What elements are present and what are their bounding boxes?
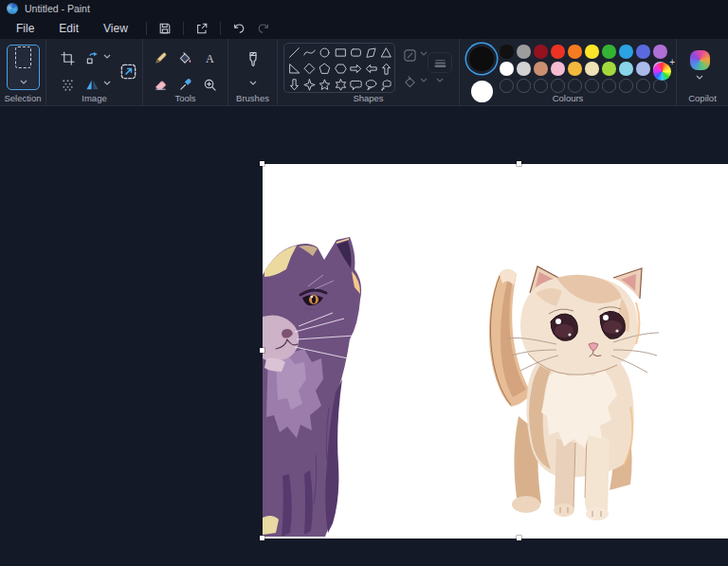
color2-swatch[interactable]: [471, 81, 493, 102]
brush-icon: [246, 50, 261, 71]
crop-button[interactable]: [58, 48, 77, 67]
menu-edit[interactable]: Edit: [46, 20, 91, 37]
stroke-size-button[interactable]: [428, 52, 452, 73]
palette-swatch[interactable]: [551, 45, 565, 59]
palette-swatch[interactable]: [602, 62, 616, 76]
palette-swatch[interactable]: [568, 62, 582, 76]
shape-fill-dropdown-chevron-icon[interactable]: [420, 78, 428, 82]
palette-swatch-empty[interactable]: [602, 79, 616, 93]
resize-button[interactable]: [117, 60, 139, 82]
color-palette: [500, 45, 670, 96]
palette-swatch-empty[interactable]: [636, 79, 650, 93]
redo-button[interactable]: [251, 20, 276, 37]
palette-swatch[interactable]: [500, 45, 514, 59]
brushes-button[interactable]: [244, 48, 263, 73]
chevron-down-icon[interactable]: [20, 71, 27, 88]
eyedropper-icon: [178, 78, 192, 92]
menu-view[interactable]: View: [91, 20, 140, 37]
shape-rectangle[interactable]: [333, 45, 348, 61]
remove-background-button[interactable]: [58, 75, 77, 94]
palette-swatch[interactable]: [551, 62, 565, 76]
stroke-size-dropdown-chevron-icon[interactable]: [436, 78, 444, 82]
shape-star-five[interactable]: [318, 77, 333, 93]
palette-swatch-empty[interactable]: [585, 79, 599, 93]
shape-star-four[interactable]: [301, 77, 317, 93]
palette-swatch[interactable]: [517, 62, 531, 76]
shape-hexagon[interactable]: [333, 61, 348, 77]
shape-rounded-rectangle[interactable]: [348, 45, 363, 61]
shape-right-triangle[interactable]: [286, 61, 301, 77]
shape-callout-cloud[interactable]: [379, 77, 394, 93]
canvas-handle-top-center[interactable]: [517, 161, 521, 166]
palette-swatch-empty[interactable]: [517, 79, 531, 93]
magnifier-button[interactable]: [200, 75, 219, 94]
right-triangle-icon: [288, 63, 300, 75]
palette-swatch[interactable]: [517, 45, 531, 59]
palette-swatch-empty[interactable]: [619, 79, 633, 93]
shape-triangle[interactable]: [379, 45, 394, 61]
fill-button[interactable]: [175, 48, 194, 67]
palette-swatch[interactable]: [585, 62, 599, 76]
edit-colors-button[interactable]: [653, 63, 671, 81]
ribbon-section-tools: A Tools: [143, 39, 228, 105]
palette-swatch-empty[interactable]: [551, 79, 565, 93]
drawing-canvas[interactable]: [263, 164, 728, 539]
remove-background-icon: [61, 78, 75, 92]
palette-swatch-empty[interactable]: [534, 79, 548, 93]
copilot-button[interactable]: [690, 50, 710, 70]
shape-ellipse[interactable]: [318, 45, 333, 61]
shape-line[interactable]: [286, 45, 301, 61]
palette-swatch[interactable]: [534, 45, 548, 59]
canvas-handle-bottom-left[interactable]: [260, 536, 264, 540]
palette-swatch-empty[interactable]: [568, 79, 582, 93]
palette-swatch[interactable]: [500, 62, 514, 76]
share-button[interactable]: [190, 20, 214, 37]
color-picker-button[interactable]: [175, 75, 194, 94]
shape-pentagon[interactable]: [318, 61, 333, 77]
palette-swatch-empty[interactable]: [653, 79, 667, 93]
menu-file[interactable]: File: [4, 20, 46, 37]
palette-swatch[interactable]: [619, 45, 633, 59]
pencil-icon: [154, 51, 168, 65]
canvas-handle-left-center[interactable]: [260, 348, 264, 353]
palette-swatch[interactable]: [636, 45, 650, 59]
copilot-dropdown-chevron-icon[interactable]: [696, 75, 703, 80]
palette-swatch[interactable]: [568, 45, 582, 59]
palette-swatch-empty[interactable]: [500, 79, 514, 93]
shapes-gallery[interactable]: [283, 43, 395, 93]
shape-star-six[interactable]: [333, 77, 348, 93]
undo-button[interactable]: [227, 20, 251, 37]
selection-tool-button[interactable]: [7, 45, 40, 90]
palette-swatch[interactable]: [602, 45, 616, 59]
shape-outline-button[interactable]: [401, 46, 418, 64]
palette-swatch[interactable]: [585, 45, 599, 59]
shape-arrow-up[interactable]: [379, 61, 394, 77]
flip-button[interactable]: [82, 75, 101, 94]
shape-fill-button[interactable]: [401, 73, 418, 90]
pencil-button[interactable]: [151, 48, 170, 67]
shape-arrow-down[interactable]: [286, 77, 301, 93]
shape-diamond[interactable]: [301, 61, 317, 77]
shape-callout-rounded[interactable]: [348, 77, 363, 93]
shape-callout-oval[interactable]: [363, 77, 378, 93]
flip-dropdown-chevron-icon[interactable]: [103, 81, 111, 85]
text-tool-button[interactable]: A: [200, 48, 219, 67]
palette-swatch[interactable]: [534, 62, 548, 76]
color1-swatch[interactable]: [469, 46, 494, 71]
save-button[interactable]: [153, 20, 177, 37]
outline-dropdown-chevron-icon[interactable]: [420, 51, 428, 56]
brushes-dropdown-chevron-icon[interactable]: [249, 81, 257, 85]
rotate-button[interactable]: [82, 48, 101, 67]
eraser-button[interactable]: [151, 75, 170, 94]
share-icon: [195, 22, 209, 35]
palette-swatch[interactable]: [653, 45, 667, 59]
palette-swatch[interactable]: [636, 62, 650, 76]
palette-swatch[interactable]: [619, 62, 633, 76]
canvas-handle-bottom-center[interactable]: [517, 536, 521, 540]
canvas-handle-top-left[interactable]: [260, 161, 264, 166]
shape-polygon[interactable]: [363, 45, 378, 61]
shape-arrow-left[interactable]: [363, 61, 378, 77]
rotate-dropdown-chevron-icon[interactable]: [103, 54, 111, 59]
shape-arrow-right[interactable]: [348, 61, 363, 77]
shape-curve[interactable]: [301, 45, 317, 61]
